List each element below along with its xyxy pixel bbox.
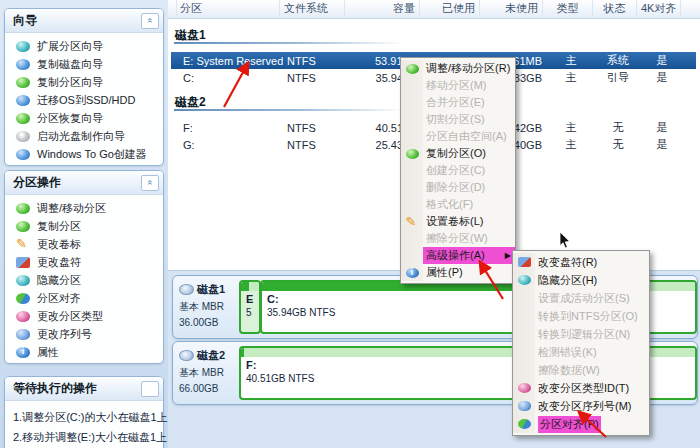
chevron-up-icon: « bbox=[143, 18, 156, 23]
context-menu-item[interactable]: 复制分区(O) bbox=[401, 145, 515, 162]
copy-partition-wizard-icon bbox=[16, 77, 30, 88]
menu-item-body: 移动分区(M) bbox=[423, 77, 515, 94]
sidebar-item-wizard[interactable]: 复制磁盘向导 bbox=[5, 55, 163, 73]
menu-icon-gutter bbox=[401, 111, 423, 128]
sidebar-item-operation[interactable]: 调整/移动分区 bbox=[5, 199, 163, 217]
copy-partition-icon bbox=[16, 221, 30, 232]
sidebar-item-label: 复制磁盘向导 bbox=[30, 57, 103, 72]
context-menu-item[interactable]: 高级操作(A)▶ bbox=[401, 247, 515, 264]
submenu-item[interactable]: 改变盘符(R) bbox=[513, 253, 649, 271]
partition-name-cell: C: bbox=[179, 72, 283, 84]
sidebar-item-operation[interactable]: 更改分区类型 bbox=[5, 307, 163, 325]
menu-item-body: 合并分区(E) bbox=[423, 94, 515, 111]
sidebar-item-operation[interactable]: 更改序列号 bbox=[5, 325, 163, 343]
submenu-item: 转换到NTFS分区(O) bbox=[513, 307, 649, 325]
block-size-label: 5 bbox=[246, 307, 253, 318]
menu-icon-gutter bbox=[401, 60, 423, 77]
submenu-item: 检测错误(K) bbox=[513, 343, 649, 361]
context-menu-item: 创建分区(C) bbox=[401, 162, 515, 179]
menu-item-body: 调整/移动分区(R) bbox=[423, 60, 515, 77]
menu-item-label: 切割分区(S) bbox=[426, 112, 485, 127]
column-header: 4K对齐 bbox=[637, 0, 681, 18]
used-space-bar bbox=[241, 282, 249, 291]
filesystem-cell: NTFS bbox=[283, 122, 348, 134]
sidebar-item-wizard[interactable]: 分区恢复向导 bbox=[5, 109, 163, 127]
submenu-item[interactable]: 分区对齐(P) bbox=[513, 415, 649, 433]
menu-item-label: 检测错误(K) bbox=[538, 345, 597, 360]
menu-item-body: 高级操作(A)▶ bbox=[423, 247, 515, 264]
menu-icon-gutter bbox=[401, 128, 423, 145]
sidebar-item-wizard[interactable]: 复制分区向导 bbox=[5, 73, 163, 91]
block-size-label: 35.94GB NTFS bbox=[267, 307, 335, 318]
pending-operation-item: 1.调整分区(C:)的大小在磁盘1上 bbox=[5, 407, 163, 427]
change-partition-type-id-icon bbox=[518, 383, 531, 393]
disk-name-label: 磁盘1 bbox=[197, 282, 225, 297]
menu-item-label: 格式化(F) bbox=[426, 197, 473, 212]
context-menu-item: 分区自由空间(A) bbox=[401, 128, 515, 145]
disk-size: 36.00GB bbox=[179, 317, 237, 328]
operations-panel-title: 分区操作 bbox=[5, 174, 61, 191]
sidebar-item-operation[interactable]: 隐藏分区 bbox=[5, 271, 163, 289]
menu-item-body: 设置成活动分区(S) bbox=[535, 289, 649, 307]
partition-block[interactable]: E5 bbox=[239, 280, 261, 334]
menu-item-body: 检测错误(K) bbox=[535, 343, 649, 361]
partition-block[interactable]: F:40.51GB NTFS bbox=[239, 346, 522, 400]
menu-item-label: 设置卷标(L) bbox=[426, 214, 483, 229]
menu-item-body: 转换到逻辑分区(N) bbox=[535, 325, 649, 343]
sidebar-item-wizard[interactable]: Windows To Go创建器 bbox=[5, 145, 163, 163]
submenu-item[interactable]: 隐藏分区(H) bbox=[513, 271, 649, 289]
hide-partition-icon bbox=[16, 275, 30, 286]
column-header: 文件系统 bbox=[280, 0, 345, 18]
sidebar-item-wizard[interactable]: 启动光盘制作向导 bbox=[5, 127, 163, 145]
filesystem-cell: NTFS bbox=[283, 55, 348, 67]
sidebar-item-operation[interactable]: 分区对齐 bbox=[5, 289, 163, 307]
context-menu-item[interactable]: 属性(P) bbox=[401, 264, 515, 281]
menu-icon-gutter bbox=[401, 264, 423, 281]
sidebar-item-label: 调整/移动分区 bbox=[30, 201, 106, 216]
context-menu-item: 移动分区(M) bbox=[401, 77, 515, 94]
filesystem-cell: NTFS bbox=[283, 72, 348, 84]
partition-block-label: F:40.51GB NTFS bbox=[246, 359, 314, 384]
sidebar-item-operation[interactable]: 属性 bbox=[5, 343, 163, 361]
properties-icon bbox=[16, 347, 30, 358]
collapse-button[interactable]: « bbox=[141, 175, 159, 191]
pending-operation-item: 2.移动并调整(E:)大小在磁盘1上 bbox=[5, 427, 163, 447]
menu-icon-gutter bbox=[401, 179, 423, 196]
block-drive-letter: E bbox=[246, 293, 253, 305]
type-cell: 主 bbox=[546, 70, 596, 85]
type-cell: 主 bbox=[546, 137, 596, 152]
disk-size: 66.00GB bbox=[179, 383, 237, 394]
menu-icon-gutter bbox=[513, 361, 535, 379]
collapse-button[interactable] bbox=[141, 381, 159, 397]
submenu-item[interactable]: 改变分区序列号(M) bbox=[513, 397, 649, 415]
menu-icon-gutter bbox=[401, 247, 423, 264]
menu-icon-gutter bbox=[401, 230, 423, 247]
menu-item-body: 属性(P) bbox=[423, 264, 515, 281]
sidebar-item-wizard[interactable]: 迁移OS到SSD/HDD bbox=[5, 91, 163, 109]
block-size-label: 40.51GB NTFS bbox=[246, 373, 314, 384]
partition-context-menu: 调整/移动分区(R)移动分区(M)合并分区(E)切割分区(S)分区自由空间(A)… bbox=[400, 57, 516, 284]
submenu-item[interactable]: 改变分区类型ID(T) bbox=[513, 379, 649, 397]
sidebar-item-operation[interactable]: 更改盘符 bbox=[5, 253, 163, 271]
menu-item-label: 调整/移动分区(R) bbox=[426, 61, 510, 76]
sidebar-item-operation[interactable]: 复制分区 bbox=[5, 217, 163, 235]
context-menu-item[interactable]: 调整/移动分区(R) bbox=[401, 60, 515, 77]
partition-manager-app: 向导 « 扩展分区向导复制磁盘向导复制分区向导迁移OS到SSD/HDD分区恢复向… bbox=[0, 0, 700, 448]
sidebar-item-wizard[interactable]: 扩展分区向导 bbox=[5, 37, 163, 55]
change-drive-letter-icon bbox=[16, 257, 30, 268]
block-drive-letter: F: bbox=[246, 359, 314, 371]
disk-scheme: 基本 MBR bbox=[179, 366, 237, 380]
disk-info: 磁盘1基本 MBR36.00GB bbox=[179, 282, 237, 328]
menu-item-body: 格式化(F) bbox=[423, 196, 515, 213]
menu-item-label: 删除分区(D) bbox=[426, 180, 485, 195]
menu-icon-gutter bbox=[513, 325, 535, 343]
change-partition-serial-icon bbox=[518, 401, 531, 411]
menu-item-body: 隐藏分区(H) bbox=[535, 271, 649, 289]
menu-icon-gutter bbox=[401, 94, 423, 111]
collapse-button[interactable]: « bbox=[141, 13, 159, 29]
menu-item-label: 创建分区(C) bbox=[426, 163, 485, 178]
sidebar-item-operation[interactable]: 更改卷标 bbox=[5, 235, 163, 253]
copy-partition-icon bbox=[406, 149, 419, 159]
context-menu-item[interactable]: 设置卷标(L) bbox=[401, 213, 515, 230]
menu-item-label: 改变分区类型ID(T) bbox=[538, 381, 629, 396]
